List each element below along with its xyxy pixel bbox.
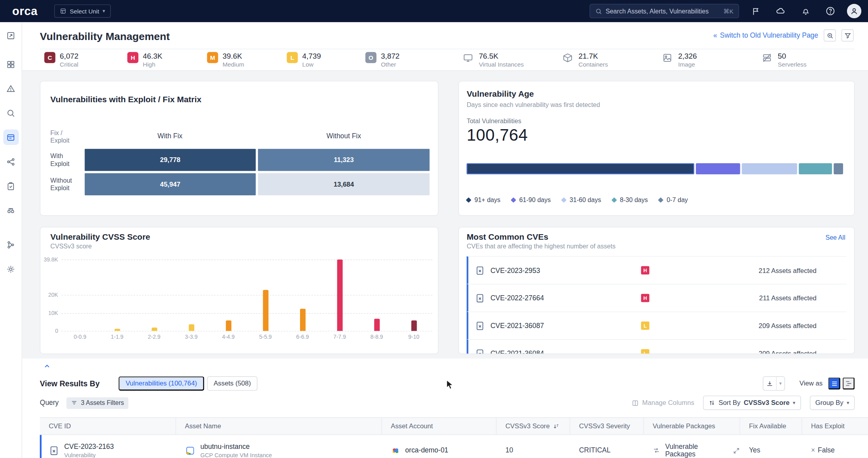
asset-name: ubutnu-instance <box>201 443 272 450</box>
legend-item[interactable]: 8-30 days <box>612 197 648 203</box>
cve-list-item[interactable]: CVE-2022-27664 H 211 Assets affected <box>467 284 846 311</box>
x-axis-tick: 3-3.9 <box>173 334 210 340</box>
global-search[interactable]: ⌘K <box>589 4 739 18</box>
legend-item[interactable]: 0-7 day <box>659 197 688 203</box>
sidebar-item-compliance[interactable] <box>3 178 19 194</box>
funnel-icon <box>844 32 851 39</box>
stat-virtual-instances[interactable]: 76.5KVirtual Instances <box>463 52 524 68</box>
page-header: Vulnerability Management « Switch to Old… <box>22 22 868 71</box>
filter-button[interactable] <box>841 29 854 42</box>
stat-high[interactable]: H 46.3KHigh <box>127 52 162 68</box>
sidebar-item-pipeline[interactable] <box>3 237 19 252</box>
notifications-bell-icon[interactable] <box>797 3 814 19</box>
sort-by-dropdown[interactable]: Sort By CVSSv3 Score ▾ <box>703 396 801 410</box>
view-toggle-table[interactable] <box>828 378 840 390</box>
download-button[interactable]: ▾ <box>763 376 785 391</box>
cve-list-item[interactable]: CVE-2021-36087 L 209 Assets affected <box>467 311 846 339</box>
legend-item[interactable]: 91+ days <box>467 197 500 203</box>
cve-list-item[interactable]: CVE-2021-36084 L 209 Assets affected <box>467 339 846 354</box>
tab-assets[interactable]: Assets (508) <box>207 376 258 391</box>
query-bar: Query 3 Assets Filters Manage Columns So… <box>40 396 855 410</box>
clipboard-check-icon <box>6 181 15 191</box>
col-cvss-severity[interactable]: CVSSv3 Severity <box>570 418 644 434</box>
search-input[interactable] <box>606 8 720 15</box>
orca-logo[interactable]: orca <box>12 4 38 18</box>
col-asset-account[interactable]: Asset Account <box>382 418 497 434</box>
matrix-cell-exploit-nofix[interactable]: 11,323 <box>258 149 430 171</box>
expand-icon[interactable] <box>733 447 740 454</box>
sidebar-item-attack-path[interactable] <box>3 154 19 169</box>
sidebar-item-home[interactable] <box>3 28 19 43</box>
cvss-bar[interactable] <box>226 321 231 331</box>
x-axis-tick: 6-6.9 <box>284 334 321 340</box>
age-stacked-bar[interactable] <box>467 163 843 174</box>
stat-other[interactable]: O 3,872Other <box>365 52 400 68</box>
card-subtitle: CVEs that are affecting the highest numb… <box>467 243 616 250</box>
stat-low[interactable]: L 4,739Low <box>287 52 321 68</box>
matrix-cell-noexploit-fix[interactable]: 45,947 <box>85 173 256 195</box>
legend-item[interactable]: 31-60 days <box>562 197 601 203</box>
card-title: Vulnerabilities with Exploit / Fix Matri… <box>50 95 201 104</box>
asset-filters-chip[interactable]: 3 Assets Filters <box>67 397 128 408</box>
sidebar-item-vulnerabilities[interactable] <box>3 130 19 145</box>
tab-vulnerabilities[interactable]: Vulnerabilities (100,764) <box>119 376 204 391</box>
cvss-bar[interactable] <box>189 324 194 331</box>
total-vulnerabilities-label: Total Vulnerabilities <box>467 118 521 124</box>
age-segment[interactable] <box>467 163 694 174</box>
select-unit-label: Select Unit <box>70 8 99 15</box>
matrix-cell-exploit-fix[interactable]: 29,778 <box>85 149 256 171</box>
search-page-button[interactable] <box>824 29 836 42</box>
sidebar-item-dashboard[interactable] <box>3 56 19 72</box>
cvss-bar[interactable] <box>151 328 157 331</box>
stat-serverless[interactable]: 50Serverless <box>762 52 807 68</box>
view-toggle-grouped[interactable] <box>843 378 855 390</box>
col-cvss-score[interactable]: CVSSv3 Score <box>497 418 570 434</box>
see-all-link[interactable]: See All <box>826 234 845 241</box>
cvss-bar[interactable] <box>263 290 268 331</box>
cvss-plot <box>61 260 432 331</box>
age-segment[interactable] <box>742 163 797 174</box>
vulnerable-packages-link[interactable]: Vulnerable Packages <box>665 443 728 458</box>
age-segment[interactable] <box>799 163 832 174</box>
flag-icon[interactable] <box>748 3 764 19</box>
cvss-bar[interactable] <box>411 321 417 331</box>
switch-old-page-link[interactable]: « Switch to Old Vulnerability Page <box>713 32 818 40</box>
stat-containers[interactable]: 21.7KContainers <box>562 52 608 68</box>
cve-list-item[interactable]: CVE-2023-2953 H 212 Assets affected <box>467 256 846 284</box>
card-subtitle: CVSSv3 score <box>50 243 92 250</box>
card-title: Most Common CVEs <box>467 232 548 241</box>
x-mark-icon: × <box>811 447 815 454</box>
legend-item[interactable]: 61-90 days <box>512 197 551 203</box>
col-vulnerable-packages[interactable]: Vulnerable Packages <box>644 418 740 434</box>
y-axis-tick: 39.8K <box>44 256 58 262</box>
select-unit-dropdown[interactable]: Select Unit ▾ <box>54 4 111 18</box>
cvss-bar[interactable] <box>337 260 342 331</box>
stat-images[interactable]: 2,326Image <box>662 52 697 68</box>
x-axis-tick: 5-5.9 <box>247 334 284 340</box>
group-by-dropdown[interactable]: Group By ▾ <box>810 396 855 410</box>
help-icon[interactable] <box>822 3 839 19</box>
matrix-cell-noexploit-nofix[interactable]: 13,684 <box>258 173 430 195</box>
cvss-bar[interactable] <box>114 329 120 331</box>
stat-medium[interactable]: M 39.6KMedium <box>207 52 244 68</box>
cvss-bar[interactable] <box>300 309 305 331</box>
col-cve-id[interactable]: CVE ID <box>40 418 176 434</box>
sidebar-item-settings[interactable] <box>3 261 19 277</box>
sidebar-item-search[interactable] <box>3 105 19 120</box>
stat-critical[interactable]: C 6,072Critical <box>44 52 78 68</box>
cloud-icon[interactable] <box>772 3 789 19</box>
age-segment[interactable] <box>696 163 740 174</box>
collapse-panel-button[interactable] <box>42 362 52 370</box>
cvss-bar[interactable] <box>374 319 379 331</box>
page-title: Vulnerability Management <box>40 31 170 43</box>
table-row[interactable]: CVE-2023-2163 Vulnerability ubutnu-insta… <box>40 435 868 458</box>
severity-text: CRITICAL <box>579 447 611 454</box>
col-has-exploit[interactable]: Has Exploit <box>802 418 868 434</box>
age-segment[interactable] <box>834 163 843 174</box>
sidebar-item-alerts[interactable] <box>3 81 19 96</box>
col-asset-name[interactable]: Asset Name <box>176 418 382 434</box>
user-avatar[interactable] <box>847 4 861 18</box>
sidebar-item-discovery[interactable] <box>3 202 19 218</box>
manage-columns-button[interactable]: Manage Columns <box>632 399 694 407</box>
col-fix-available[interactable]: Fix Available <box>740 418 802 434</box>
